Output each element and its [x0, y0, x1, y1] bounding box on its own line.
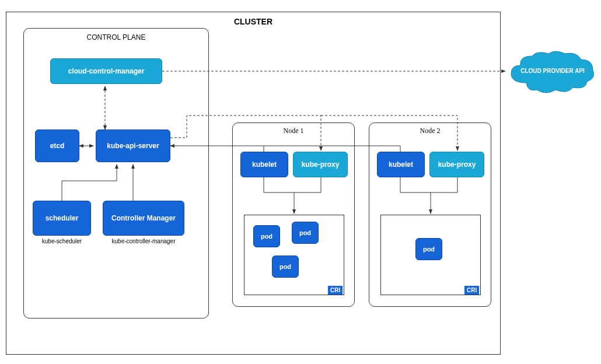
scheduler-box: scheduler: [33, 201, 91, 236]
etcd-label: etcd: [50, 142, 65, 150]
kube-api-server-box: kube-api-server: [96, 130, 170, 162]
node2-title: Node 2: [369, 127, 491, 135]
node1-pod1-box: pod: [253, 225, 280, 247]
node2-kube-proxy-label: kube-proxy: [438, 160, 476, 169]
node1-kubelet-box: kubelet: [240, 152, 288, 177]
node1-pod1-label: pod: [261, 233, 272, 240]
controller-manager-box: Controller Manager: [103, 201, 184, 236]
node2-kube-proxy-box: kube-proxy: [429, 152, 484, 177]
node1-kubelet-label: kubelet: [252, 160, 277, 169]
node1-pod2-label: pod: [299, 229, 311, 236]
scheduler-sub-label: kube-scheduler: [33, 238, 91, 244]
node1-title: Node 1: [233, 127, 354, 135]
node2-pod1-box: pod: [415, 238, 442, 260]
controller-manager-label: Controller Manager: [111, 214, 176, 222]
node1-kube-proxy-label: kube-proxy: [302, 160, 340, 169]
node2-kubelet-box: kubelet: [377, 152, 425, 177]
node1-pod3-label: pod: [279, 263, 291, 270]
cloud-control-manager-label: cloud-control-manager: [68, 67, 145, 75]
node2-pod1-label: pod: [423, 246, 435, 253]
kube-api-server-label: kube-api-server: [107, 142, 159, 150]
scheduler-label: scheduler: [46, 214, 79, 222]
etcd-box: etcd: [35, 130, 79, 162]
cluster-title: CLUSTER: [6, 17, 500, 26]
node2-cri-badge: CRI: [464, 286, 479, 295]
node1-kube-proxy-box: kube-proxy: [293, 152, 348, 177]
node1-cri-badge: CRI: [328, 286, 343, 295]
cloud-control-manager-box: cloud-control-manager: [50, 58, 162, 84]
cloud-provider-label: CLOUD PROVIDER API: [506, 68, 599, 74]
node1-pod2-box: pod: [292, 222, 319, 244]
node2-kubelet-label: kubelet: [389, 160, 413, 169]
controller-manager-sub-label: kube-controller-manager: [103, 238, 184, 244]
control-plane-title: CONTROL PLANE: [24, 33, 208, 41]
node1-pod3-box: pod: [272, 256, 299, 278]
